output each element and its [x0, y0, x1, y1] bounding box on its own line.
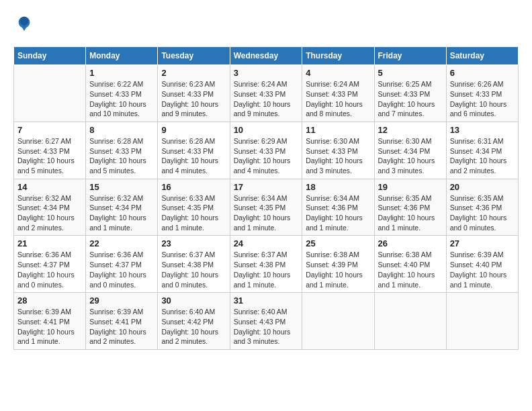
calendar-cell: 31Sunrise: 6:40 AM Sunset: 4:43 PM Dayli… — [230, 293, 302, 350]
calendar-cell: 15Sunrise: 6:32 AM Sunset: 4:34 PM Dayli… — [86, 179, 158, 236]
day-detail: Sunrise: 6:39 AM Sunset: 4:41 PM Dayligh… — [17, 307, 82, 347]
weekday-header-thursday: Thursday — [302, 47, 374, 65]
calendar-body: 1Sunrise: 6:22 AM Sunset: 4:33 PM Daylig… — [14, 65, 519, 350]
day-number: 3 — [234, 68, 299, 78]
calendar-cell: 11Sunrise: 6:30 AM Sunset: 4:33 PM Dayli… — [302, 122, 374, 179]
day-number: 4 — [306, 68, 370, 78]
day-detail: Sunrise: 6:39 AM Sunset: 4:41 PM Dayligh… — [89, 307, 154, 347]
calendar-cell: 12Sunrise: 6:30 AM Sunset: 4:34 PM Dayli… — [374, 122, 446, 179]
day-detail: Sunrise: 6:24 AM Sunset: 4:33 PM Dayligh… — [234, 79, 299, 119]
day-number: 5 — [378, 68, 443, 78]
day-number: 25 — [306, 238, 370, 248]
day-detail: Sunrise: 6:32 AM Sunset: 4:34 PM Dayligh… — [89, 193, 154, 233]
day-detail: Sunrise: 6:22 AM Sunset: 4:33 PM Dayligh… — [89, 79, 154, 119]
calendar-cell: 7Sunrise: 6:27 AM Sunset: 4:33 PM Daylig… — [14, 122, 86, 179]
calendar-header-row: SundayMondayTuesdayWednesdayThursdayFrid… — [14, 47, 519, 65]
calendar-week-row: 14Sunrise: 6:32 AM Sunset: 4:34 PM Dayli… — [14, 179, 519, 236]
day-number: 18 — [306, 182, 370, 192]
calendar-cell: 21Sunrise: 6:36 AM Sunset: 4:37 PM Dayli… — [14, 236, 86, 293]
calendar-cell: 2Sunrise: 6:23 AM Sunset: 4:33 PM Daylig… — [158, 65, 230, 122]
day-number: 23 — [161, 238, 226, 248]
day-number: 12 — [378, 125, 443, 135]
weekday-header-friday: Friday — [374, 47, 446, 65]
calendar-week-row: 7Sunrise: 6:27 AM Sunset: 4:33 PM Daylig… — [14, 122, 519, 179]
day-number: 19 — [378, 182, 443, 192]
logo-icon — [15, 13, 34, 32]
day-number: 31 — [234, 295, 299, 306]
calendar-cell: 6Sunrise: 6:26 AM Sunset: 4:33 PM Daylig… — [446, 65, 518, 122]
day-number: 15 — [89, 182, 154, 192]
day-detail: Sunrise: 6:35 AM Sunset: 4:36 PM Dayligh… — [450, 193, 515, 233]
calendar-cell: 27Sunrise: 6:39 AM Sunset: 4:40 PM Dayli… — [446, 236, 518, 293]
day-detail: Sunrise: 6:33 AM Sunset: 4:35 PM Dayligh… — [161, 193, 226, 233]
day-detail: Sunrise: 6:26 AM Sunset: 4:33 PM Dayligh… — [450, 79, 515, 119]
day-detail: Sunrise: 6:37 AM Sunset: 4:38 PM Dayligh… — [161, 250, 226, 289]
calendar-cell: 24Sunrise: 6:37 AM Sunset: 4:38 PM Dayli… — [230, 236, 302, 293]
day-number: 8 — [89, 125, 154, 135]
calendar-cell: 8Sunrise: 6:28 AM Sunset: 4:33 PM Daylig… — [86, 122, 158, 179]
page-header — [13, 13, 519, 36]
calendar-cell: 5Sunrise: 6:25 AM Sunset: 4:33 PM Daylig… — [374, 65, 446, 122]
day-detail: Sunrise: 6:37 AM Sunset: 4:38 PM Dayligh… — [234, 250, 299, 289]
day-detail: Sunrise: 6:35 AM Sunset: 4:36 PM Dayligh… — [378, 193, 443, 233]
day-detail: Sunrise: 6:24 AM Sunset: 4:33 PM Dayligh… — [306, 79, 370, 119]
day-number: 21 — [17, 238, 82, 248]
day-number: 9 — [161, 125, 226, 135]
calendar-cell: 28Sunrise: 6:39 AM Sunset: 4:41 PM Dayli… — [14, 293, 86, 350]
day-detail: Sunrise: 6:32 AM Sunset: 4:34 PM Dayligh… — [17, 193, 82, 233]
calendar-cell: 3Sunrise: 6:24 AM Sunset: 4:33 PM Daylig… — [230, 65, 302, 122]
weekday-header-wednesday: Wednesday — [230, 47, 302, 65]
day-detail: Sunrise: 6:36 AM Sunset: 4:37 PM Dayligh… — [17, 250, 82, 289]
calendar-cell: 22Sunrise: 6:36 AM Sunset: 4:37 PM Dayli… — [86, 236, 158, 293]
calendar-cell: 13Sunrise: 6:31 AM Sunset: 4:34 PM Dayli… — [446, 122, 518, 179]
calendar-week-row: 21Sunrise: 6:36 AM Sunset: 4:37 PM Dayli… — [14, 236, 519, 293]
logo — [13, 13, 34, 36]
day-detail: Sunrise: 6:28 AM Sunset: 4:33 PM Dayligh… — [89, 136, 154, 176]
calendar-cell: 4Sunrise: 6:24 AM Sunset: 4:33 PM Daylig… — [302, 65, 374, 122]
calendar-cell: 18Sunrise: 6:34 AM Sunset: 4:36 PM Dayli… — [302, 179, 374, 236]
day-detail: Sunrise: 6:23 AM Sunset: 4:33 PM Dayligh… — [161, 79, 226, 119]
calendar-cell: 1Sunrise: 6:22 AM Sunset: 4:33 PM Daylig… — [86, 65, 158, 122]
calendar-cell: 30Sunrise: 6:40 AM Sunset: 4:42 PM Dayli… — [158, 293, 230, 350]
weekday-header-sunday: Sunday — [14, 47, 86, 65]
day-number: 7 — [17, 125, 82, 135]
day-detail: Sunrise: 6:34 AM Sunset: 4:36 PM Dayligh… — [306, 193, 370, 233]
day-number: 10 — [234, 125, 299, 135]
day-detail: Sunrise: 6:39 AM Sunset: 4:40 PM Dayligh… — [450, 250, 515, 289]
day-detail: Sunrise: 6:40 AM Sunset: 4:43 PM Dayligh… — [234, 307, 299, 347]
calendar-cell — [302, 293, 374, 350]
day-number: 27 — [450, 238, 515, 248]
day-detail: Sunrise: 6:34 AM Sunset: 4:35 PM Dayligh… — [234, 193, 299, 233]
calendar-cell: 16Sunrise: 6:33 AM Sunset: 4:35 PM Dayli… — [158, 179, 230, 236]
day-detail: Sunrise: 6:40 AM Sunset: 4:42 PM Dayligh… — [161, 307, 226, 347]
calendar-week-row: 28Sunrise: 6:39 AM Sunset: 4:41 PM Dayli… — [14, 293, 519, 350]
day-number: 29 — [89, 295, 154, 306]
day-detail: Sunrise: 6:38 AM Sunset: 4:39 PM Dayligh… — [306, 250, 370, 289]
day-number: 30 — [161, 295, 226, 306]
weekday-header-saturday: Saturday — [446, 47, 518, 65]
calendar-cell: 14Sunrise: 6:32 AM Sunset: 4:34 PM Dayli… — [14, 179, 86, 236]
day-detail: Sunrise: 6:27 AM Sunset: 4:33 PM Dayligh… — [17, 136, 82, 176]
day-detail: Sunrise: 6:25 AM Sunset: 4:33 PM Dayligh… — [378, 79, 443, 119]
day-detail: Sunrise: 6:31 AM Sunset: 4:34 PM Dayligh… — [450, 136, 515, 176]
day-number: 22 — [89, 238, 154, 248]
weekday-header-monday: Monday — [86, 47, 158, 65]
calendar-cell: 26Sunrise: 6:38 AM Sunset: 4:40 PM Dayli… — [374, 236, 446, 293]
calendar-table: SundayMondayTuesdayWednesdayThursdayFrid… — [13, 46, 519, 350]
calendar-cell: 23Sunrise: 6:37 AM Sunset: 4:38 PM Dayli… — [158, 236, 230, 293]
calendar-cell: 10Sunrise: 6:29 AM Sunset: 4:33 PM Dayli… — [230, 122, 302, 179]
day-detail: Sunrise: 6:36 AM Sunset: 4:37 PM Dayligh… — [89, 250, 154, 289]
day-number: 17 — [234, 182, 299, 192]
day-number: 13 — [450, 125, 515, 135]
calendar-cell: 25Sunrise: 6:38 AM Sunset: 4:39 PM Dayli… — [302, 236, 374, 293]
day-number: 1 — [89, 68, 154, 78]
day-number: 16 — [161, 182, 226, 192]
day-detail: Sunrise: 6:30 AM Sunset: 4:34 PM Dayligh… — [378, 136, 443, 176]
day-detail: Sunrise: 6:28 AM Sunset: 4:33 PM Dayligh… — [161, 136, 226, 176]
day-number: 28 — [17, 295, 82, 306]
calendar-week-row: 1Sunrise: 6:22 AM Sunset: 4:33 PM Daylig… — [14, 65, 519, 122]
day-number: 24 — [234, 238, 299, 248]
calendar-cell — [14, 65, 86, 122]
calendar-cell: 17Sunrise: 6:34 AM Sunset: 4:35 PM Dayli… — [230, 179, 302, 236]
day-detail: Sunrise: 6:30 AM Sunset: 4:33 PM Dayligh… — [306, 136, 370, 176]
